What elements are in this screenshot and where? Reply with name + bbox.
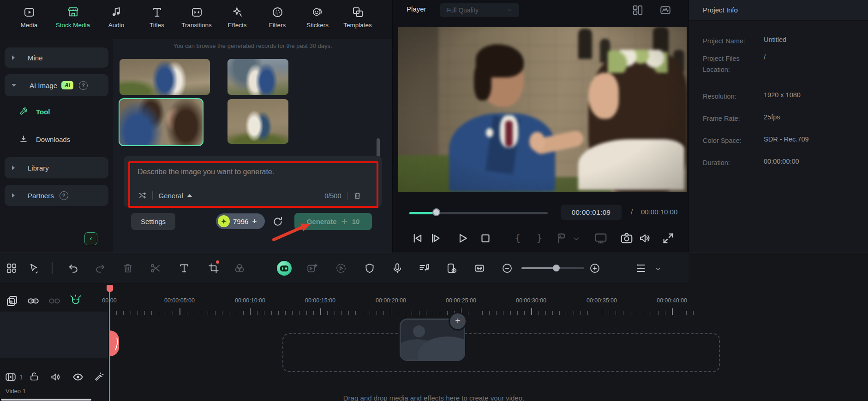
media-dropzone[interactable]: [282, 333, 720, 372]
mask-shield-icon[interactable]: [364, 262, 376, 274]
style-selector[interactable]: General: [159, 192, 192, 200]
sidebar-item-ai-image[interactable]: AI Image AI ?: [5, 74, 108, 96]
video-track-icon[interactable]: [5, 371, 17, 383]
generated-image-thumbnail-selected[interactable]: [119, 98, 204, 146]
zoom-in-icon[interactable]: [589, 262, 601, 274]
tab-stock-media[interactable]: Stock Media: [52, 6, 94, 29]
screen-record-icon[interactable]: [446, 262, 458, 274]
sidebar-item-mine[interactable]: Mine: [5, 47, 108, 68]
sidebar-item-downloads[interactable]: Downloads: [5, 131, 108, 147]
lock-track-icon[interactable]: [29, 371, 40, 382]
select-cursor-icon[interactable]: [28, 262, 40, 274]
refresh-icon[interactable]: [272, 216, 284, 228]
playhead-cap[interactable]: [107, 285, 113, 292]
generated-image-thumbnail[interactable]: [227, 59, 288, 95]
track-layout-chevron-icon[interactable]: [654, 265, 662, 272]
stickers-icon: [311, 6, 324, 18]
credits-amount: 7996: [233, 218, 248, 225]
zoom-out-icon[interactable]: [501, 262, 513, 274]
tab-stickers[interactable]: Stickers: [296, 6, 339, 29]
sidebar-item-partners[interactable]: Partners ?: [5, 185, 108, 206]
video-preview[interactable]: [398, 27, 687, 192]
records-notice: You can browse the generated records for…: [113, 42, 392, 49]
project-info-title: Project Info: [703, 6, 738, 14]
timeline-region: 00:00 00:00:05:00 00:00:10:00 00:00:15:0…: [0, 253, 868, 401]
track-layout-icon[interactable]: [635, 262, 647, 274]
ai-copilot-icon[interactable]: [277, 261, 292, 276]
tab-transitions[interactable]: Transitions: [175, 6, 218, 29]
scopes-icon[interactable]: [659, 4, 671, 16]
volume-icon[interactable]: [638, 231, 652, 245]
text-tool-icon[interactable]: [178, 262, 190, 274]
crop-notification-dot: [216, 260, 219, 264]
timecode-separator: /: [631, 208, 633, 216]
playhead-grip[interactable]: [110, 330, 119, 356]
sidebar-item-tool[interactable]: Tool: [5, 103, 108, 120]
generate-button[interactable]: Generate 10: [294, 213, 372, 230]
add-clip-ai-icon[interactable]: [306, 262, 318, 274]
auto-reframe-icon[interactable]: [473, 262, 485, 274]
tab-templates[interactable]: Templates: [336, 6, 379, 29]
settings-button[interactable]: Settings: [131, 213, 175, 230]
split-scissors-icon[interactable]: [150, 262, 162, 274]
mark-out-icon[interactable]: }: [533, 231, 546, 245]
timeline-horizontal-scrollbar[interactable]: [1, 399, 91, 401]
track-number: 1: [19, 374, 23, 381]
add-media-plus-icon[interactable]: [449, 312, 467, 330]
redo-icon[interactable]: [94, 262, 106, 274]
crop-icon[interactable]: [208, 262, 220, 274]
video-frame: [398, 27, 687, 192]
speed-ramp-icon[interactable]: [335, 262, 347, 274]
delete-icon[interactable]: [122, 262, 134, 274]
previous-frame-icon[interactable]: [410, 231, 424, 245]
generated-image-thumbnail[interactable]: [120, 59, 210, 95]
generated-image-thumbnail[interactable]: [227, 99, 288, 144]
mark-in-icon[interactable]: {: [511, 231, 525, 245]
shuffle-icon[interactable]: [138, 191, 147, 200]
timeline-ruler[interactable]: 00:00 00:00:05:00 00:00:10:00 00:00:15:0…: [0, 289, 694, 316]
undo-icon[interactable]: [67, 262, 79, 274]
audio-to-text-icon[interactable]: [418, 262, 430, 274]
ai-image-panel: You can browse the generated records for…: [113, 39, 392, 253]
apps-grid-icon[interactable]: [6, 262, 18, 274]
prompt-meta-right: 0/500: [324, 191, 362, 200]
timeline-zoom-handle[interactable]: [553, 265, 560, 271]
mirror-display-icon[interactable]: [594, 231, 608, 245]
record-voiceover-icon[interactable]: [391, 262, 403, 274]
left-region: Media Stock Media Audio Titles Transitio…: [0, 0, 392, 253]
marker-chevron-icon[interactable]: [572, 234, 581, 243]
quality-dropdown[interactable]: Full Quality: [440, 3, 519, 17]
hide-track-icon[interactable]: [72, 371, 84, 383]
snapshot-camera-icon[interactable]: [620, 231, 634, 245]
project-row-value: 25fps: [764, 113, 780, 121]
tab-media[interactable]: Media: [8, 6, 50, 29]
track-wand-icon[interactable]: [93, 371, 104, 382]
marker-icon[interactable]: [554, 231, 568, 245]
tab-label: Templates: [336, 22, 379, 29]
next-frame-icon[interactable]: [429, 231, 443, 245]
color-blend-icon[interactable]: [233, 262, 245, 274]
tab-label: Media: [8, 22, 50, 29]
tab-titles[interactable]: Titles: [136, 6, 178, 29]
collapse-sidebar-button[interactable]: ‹: [84, 232, 97, 245]
add-credits-icon[interactable]: +: [252, 217, 257, 226]
stop-icon[interactable]: [479, 231, 492, 245]
sidebar-item-library[interactable]: Library: [5, 157, 108, 178]
seek-handle[interactable]: [432, 208, 440, 216]
fullscreen-icon[interactable]: [661, 231, 675, 245]
sidebar-item-label: Partners: [28, 192, 54, 200]
tab-audio[interactable]: Audio: [95, 6, 138, 29]
trash-icon[interactable]: [353, 191, 362, 200]
project-row-value: /: [764, 53, 766, 61]
help-icon[interactable]: ?: [79, 81, 88, 90]
player-title: Player: [407, 5, 426, 13]
seek-bar[interactable]: [409, 212, 548, 214]
credits-pill[interactable]: 7996 +: [216, 213, 265, 229]
tab-effects[interactable]: Effects: [216, 6, 258, 29]
help-icon[interactable]: ?: [60, 191, 68, 200]
layout-grid-icon[interactable]: [632, 4, 644, 16]
tab-filters[interactable]: Filters: [256, 6, 299, 29]
mute-track-icon[interactable]: [50, 371, 62, 383]
prompt-input[interactable]: Describe the image you want to generate.: [138, 168, 274, 176]
play-icon[interactable]: [455, 231, 469, 245]
